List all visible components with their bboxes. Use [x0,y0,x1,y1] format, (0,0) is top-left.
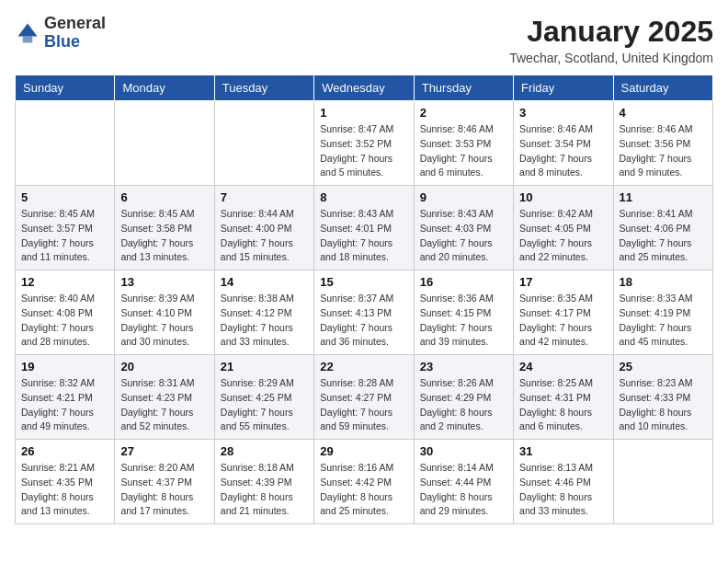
calendar-cell: 2Sunrise: 8:46 AM Sunset: 3:53 PM Daylig… [414,101,513,186]
calendar-cell [214,101,313,186]
calendar-week-2: 5Sunrise: 8:45 AM Sunset: 3:57 PM Daylig… [16,186,713,270]
day-detail: Sunrise: 8:40 AM Sunset: 4:08 PM Dayligh… [21,292,108,350]
day-detail: Sunrise: 8:31 AM Sunset: 4:23 PM Dayligh… [120,376,208,434]
day-detail: Sunrise: 8:33 AM Sunset: 4:19 PM Dayligh… [620,292,707,350]
svg-rect-1 [23,36,33,42]
day-number: 6 [120,190,208,204]
calendar-cell [16,101,115,186]
calendar-cell: 13Sunrise: 8:39 AM Sunset: 4:10 PM Dayli… [115,270,214,355]
calendar-cell: 24Sunrise: 8:25 AM Sunset: 4:31 PM Dayli… [514,355,613,440]
day-detail: Sunrise: 8:46 AM Sunset: 3:56 PM Dayligh… [620,122,707,180]
calendar-cell: 12Sunrise: 8:40 AM Sunset: 4:08 PM Dayli… [16,270,115,355]
calendar-cell: 8Sunrise: 8:43 AM Sunset: 4:01 PM Daylig… [314,186,414,270]
calendar-week-5: 26Sunrise: 8:21 AM Sunset: 4:35 PM Dayli… [16,440,713,524]
day-number: 26 [21,444,108,458]
day-detail: Sunrise: 8:36 AM Sunset: 4:15 PM Dayligh… [420,292,507,350]
calendar-cell: 29Sunrise: 8:16 AM Sunset: 4:42 PM Dayli… [314,440,414,524]
day-number: 31 [519,444,607,458]
calendar-cell: 5Sunrise: 8:45 AM Sunset: 3:57 PM Daylig… [16,186,115,270]
calendar-cell: 21Sunrise: 8:29 AM Sunset: 4:25 PM Dayli… [214,355,313,440]
logo: General Blue [15,15,106,52]
weekday-header-row: SundayMondayTuesdayWednesdayThursdayFrid… [16,75,713,101]
location: Twechar, Scotland, United Kingdom [509,51,713,65]
day-number: 13 [120,275,208,289]
calendar-cell [613,440,712,524]
calendar-cell: 31Sunrise: 8:13 AM Sunset: 4:46 PM Dayli… [514,440,613,524]
day-detail: Sunrise: 8:35 AM Sunset: 4:17 PM Dayligh… [519,292,607,350]
calendar-cell: 4Sunrise: 8:46 AM Sunset: 3:56 PM Daylig… [613,101,712,186]
day-detail: Sunrise: 8:38 AM Sunset: 4:12 PM Dayligh… [221,292,308,350]
calendar-table: SundayMondayTuesdayWednesdayThursdayFrid… [15,75,713,524]
calendar-cell: 7Sunrise: 8:44 AM Sunset: 4:00 PM Daylig… [214,186,313,270]
day-detail: Sunrise: 8:29 AM Sunset: 4:25 PM Dayligh… [221,376,308,434]
calendar-week-4: 19Sunrise: 8:32 AM Sunset: 4:21 PM Dayli… [16,355,713,440]
day-detail: Sunrise: 8:45 AM Sunset: 3:58 PM Dayligh… [120,207,208,265]
day-number: 2 [420,106,507,120]
day-number: 11 [620,190,707,204]
day-detail: Sunrise: 8:46 AM Sunset: 3:53 PM Dayligh… [420,122,507,180]
calendar-cell: 6Sunrise: 8:45 AM Sunset: 3:58 PM Daylig… [115,186,214,270]
day-number: 30 [420,444,507,458]
calendar-cell: 26Sunrise: 8:21 AM Sunset: 4:35 PM Dayli… [16,440,115,524]
day-detail: Sunrise: 8:45 AM Sunset: 3:57 PM Dayligh… [21,207,108,265]
weekday-header-thursday: Thursday [414,75,513,101]
day-detail: Sunrise: 8:43 AM Sunset: 4:03 PM Dayligh… [420,207,507,265]
day-number: 9 [420,190,507,204]
day-number: 12 [21,275,108,289]
calendar-cell: 17Sunrise: 8:35 AM Sunset: 4:17 PM Dayli… [514,270,613,355]
day-number: 4 [620,106,707,120]
day-number: 20 [120,360,208,373]
day-detail: Sunrise: 8:43 AM Sunset: 4:01 PM Dayligh… [320,207,407,265]
calendar-cell: 1Sunrise: 8:47 AM Sunset: 3:52 PM Daylig… [314,101,414,186]
day-number: 21 [221,360,308,373]
day-number: 17 [519,275,607,289]
day-number: 25 [620,360,707,373]
weekday-header-tuesday: Tuesday [214,75,313,101]
day-detail: Sunrise: 8:47 AM Sunset: 3:52 PM Dayligh… [320,122,407,180]
day-detail: Sunrise: 8:37 AM Sunset: 4:13 PM Dayligh… [320,292,407,350]
day-detail: Sunrise: 8:26 AM Sunset: 4:29 PM Dayligh… [420,376,507,434]
day-number: 28 [221,444,308,458]
calendar-cell: 23Sunrise: 8:26 AM Sunset: 4:29 PM Dayli… [414,355,513,440]
calendar-cell: 14Sunrise: 8:38 AM Sunset: 4:12 PM Dayli… [214,270,313,355]
calendar-week-3: 12Sunrise: 8:40 AM Sunset: 4:08 PM Dayli… [16,270,713,355]
day-number: 8 [320,190,407,204]
calendar-cell: 10Sunrise: 8:42 AM Sunset: 4:05 PM Dayli… [514,186,613,270]
month-title: January 2025 [509,15,713,49]
day-number: 15 [320,275,407,289]
day-number: 1 [320,106,407,120]
calendar-cell: 28Sunrise: 8:18 AM Sunset: 4:39 PM Dayli… [214,440,313,524]
day-detail: Sunrise: 8:25 AM Sunset: 4:31 PM Dayligh… [519,376,607,434]
calendar-cell [115,101,214,186]
day-detail: Sunrise: 8:32 AM Sunset: 4:21 PM Dayligh… [21,376,108,434]
day-detail: Sunrise: 8:42 AM Sunset: 4:05 PM Dayligh… [519,207,607,265]
day-number: 19 [21,360,108,373]
day-detail: Sunrise: 8:16 AM Sunset: 4:42 PM Dayligh… [320,461,407,519]
weekday-header-saturday: Saturday [613,75,712,101]
calendar-cell: 22Sunrise: 8:28 AM Sunset: 4:27 PM Dayli… [314,355,414,440]
weekday-header-monday: Monday [115,75,214,101]
day-detail: Sunrise: 8:41 AM Sunset: 4:06 PM Dayligh… [620,207,707,265]
calendar-cell: 30Sunrise: 8:14 AM Sunset: 4:44 PM Dayli… [414,440,513,524]
calendar-cell: 16Sunrise: 8:36 AM Sunset: 4:15 PM Dayli… [414,270,513,355]
calendar-cell: 11Sunrise: 8:41 AM Sunset: 4:06 PM Dayli… [613,186,712,270]
day-detail: Sunrise: 8:14 AM Sunset: 4:44 PM Dayligh… [420,461,507,519]
day-number: 27 [120,444,208,458]
calendar-cell: 19Sunrise: 8:32 AM Sunset: 4:21 PM Dayli… [16,355,115,440]
day-number: 22 [320,360,407,373]
day-detail: Sunrise: 8:39 AM Sunset: 4:10 PM Dayligh… [120,292,208,350]
day-detail: Sunrise: 8:28 AM Sunset: 4:27 PM Dayligh… [320,376,407,434]
day-number: 29 [320,444,407,458]
weekday-header-wednesday: Wednesday [314,75,414,101]
day-detail: Sunrise: 8:21 AM Sunset: 4:35 PM Dayligh… [21,461,108,519]
day-detail: Sunrise: 8:18 AM Sunset: 4:39 PM Dayligh… [221,461,308,519]
day-detail: Sunrise: 8:44 AM Sunset: 4:00 PM Dayligh… [221,207,308,265]
page-header: General Blue January 2025 Twechar, Scotl… [15,15,713,65]
day-detail: Sunrise: 8:13 AM Sunset: 4:46 PM Dayligh… [519,461,607,519]
calendar-cell: 18Sunrise: 8:33 AM Sunset: 4:19 PM Dayli… [613,270,712,355]
day-number: 23 [420,360,507,373]
calendar-week-1: 1Sunrise: 8:47 AM Sunset: 3:52 PM Daylig… [16,101,713,186]
calendar-cell: 3Sunrise: 8:46 AM Sunset: 3:54 PM Daylig… [514,101,613,186]
calendar-cell: 25Sunrise: 8:23 AM Sunset: 4:33 PM Dayli… [613,355,712,440]
day-number: 14 [221,275,308,289]
